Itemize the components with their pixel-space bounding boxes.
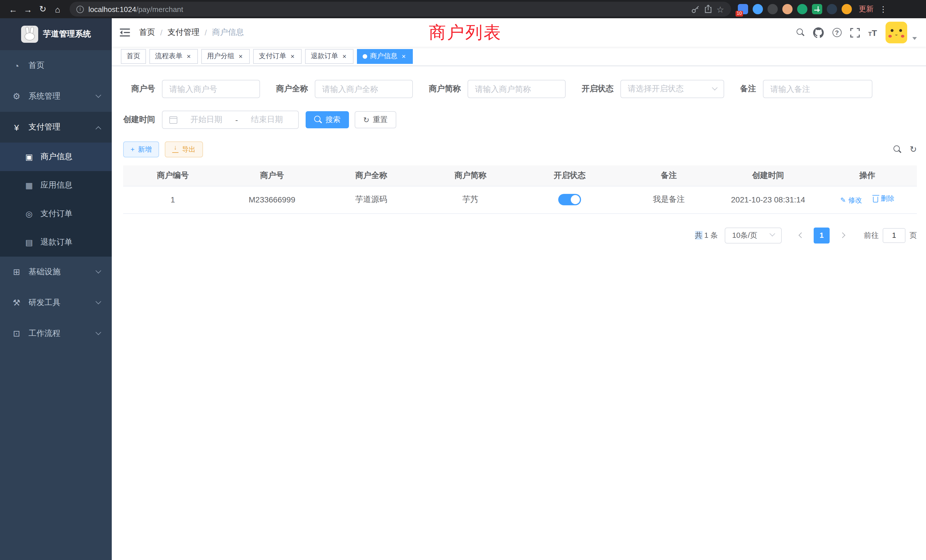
chevron-down-icon (95, 298, 101, 304)
extension-green-circle-icon[interactable] (797, 4, 807, 14)
refresh-icon[interactable]: ↻ (910, 144, 917, 154)
sidebar-item-app-info[interactable]: ▦ 应用信息 (0, 171, 112, 200)
reload-icon[interactable]: ↻ (35, 2, 50, 17)
tab-refund-order[interactable]: 退款订单× (305, 49, 354, 64)
page-unit-label: 页 (909, 230, 917, 241)
delete-link[interactable]: 删除 (873, 194, 894, 204)
cell-status (520, 186, 619, 213)
extension-puzzle-icon[interactable]: 10 (738, 4, 748, 14)
app-logo[interactable]: 芋道管理系统 (0, 18, 112, 50)
search-icon[interactable] (796, 29, 804, 36)
filter-merchant-no: 商户号 (123, 80, 260, 98)
extension-pin-icon[interactable] (827, 4, 837, 14)
sidebar-item-devtools[interactable]: ⚒ 研发工具 (0, 288, 112, 318)
next-page-button[interactable] (834, 227, 850, 243)
chrome-update-button[interactable]: 更新 (859, 4, 873, 14)
user-avatar[interactable] (885, 22, 907, 43)
goto-label: 前往 (864, 230, 879, 241)
navbar: 首页 / 支付管理 / 商户信息 商户列表 ? TT (112, 18, 926, 47)
close-icon[interactable]: × (237, 53, 244, 60)
breadcrumb-home[interactable]: 首页 (139, 27, 155, 38)
goto-page-input[interactable] (883, 228, 905, 243)
chrome-menu-icon[interactable]: ⋮ (878, 5, 888, 14)
search-button[interactable]: 搜索 (306, 111, 349, 128)
sidebar-item-payment[interactable]: ¥ 支付管理 (0, 112, 112, 142)
back-icon[interactable]: ← (6, 2, 21, 17)
close-icon[interactable]: × (341, 53, 348, 60)
close-icon[interactable]: × (289, 53, 296, 60)
breadcrumb-separator: / (160, 28, 162, 37)
tab-user-group[interactable]: 用户分组× (201, 49, 250, 64)
col-merchant-id: 商户编号 (123, 165, 222, 186)
filter-row-1: 商户号 商户全称 商户简称 开启状态 请选择开启状态 (123, 80, 917, 98)
short-name-input[interactable] (468, 80, 566, 98)
tab-process-form[interactable]: 流程表单× (150, 49, 198, 64)
edit-link[interactable]: ✎修改 (840, 195, 862, 205)
pagination: 共 1 条 10条/页 1 前往 页 (123, 227, 917, 243)
col-remark: 备注 (619, 165, 719, 186)
tab-merchant-info[interactable]: 商户信息× (357, 49, 413, 64)
help-icon[interactable]: ? (832, 28, 841, 37)
extension-avatar-icon[interactable] (782, 4, 793, 14)
prev-page-button[interactable] (793, 227, 809, 243)
password-key-icon[interactable] (691, 5, 699, 14)
sidebar-fold-icon[interactable] (120, 28, 130, 37)
page-size-select[interactable]: 10条/页 (725, 227, 782, 243)
sidebar-item-label: 商户信息 (41, 152, 112, 162)
cell-merchant-id: 1 (123, 186, 222, 213)
date-start-placeholder: 开始日期 (182, 115, 231, 125)
status-toggle[interactable] (558, 194, 581, 205)
selection-highlight: 共 (695, 231, 702, 239)
full-name-label: 商户全称 (276, 84, 308, 94)
sidebar-menu: ◔ 首页 ⚙ 系统管理 ¥ 支付管理 ▣ 商户信息 (0, 50, 112, 349)
site-info-icon[interactable]: i (76, 5, 84, 13)
edit-pencil-icon: ✎ (840, 197, 846, 204)
breadcrumb-payment[interactable]: 支付管理 (168, 27, 200, 38)
status-select[interactable]: 请选择开启状态 (620, 80, 724, 98)
browser-toolbar: ← → ↻ ⌂ i localhost:1024/pay/merchant ☆ … (0, 0, 926, 18)
export-button[interactable]: 导出 (165, 141, 203, 157)
col-merchant-no: 商户号 (222, 165, 322, 186)
sidebar-item-pay-order[interactable]: ◎ 支付订单 (0, 200, 112, 228)
col-status: 开启状态 (520, 165, 619, 186)
extension-emoji-icon[interactable] (841, 4, 852, 14)
sidebar-item-infra[interactable]: ⊞ 基础设施 (0, 257, 112, 288)
font-size-icon[interactable]: TT (868, 28, 877, 37)
extension-badge: 10 (735, 11, 743, 17)
fullscreen-icon[interactable] (850, 28, 859, 37)
screen: ← → ↻ ⌂ i localhost:1024/pay/merchant ☆ … (0, 0, 926, 560)
sidebar-item-workflow[interactable]: ⊡ 工作流程 (0, 318, 112, 349)
extension-dark-icon[interactable] (767, 4, 778, 14)
sidebar-item-merchant-info[interactable]: ▣ 商户信息 (0, 142, 112, 171)
remark-label: 备注 (740, 84, 756, 94)
merchant-no-label: 商户号 (123, 84, 155, 94)
page-number-1[interactable]: 1 (814, 227, 830, 243)
add-button[interactable]: +新增 (123, 141, 159, 157)
share-icon[interactable] (704, 5, 712, 14)
merchant-table: 商户编号 商户号 商户全称 商户简称 开启状态 备注 创建时间 操作 1 (123, 165, 917, 213)
toggle-search-icon[interactable] (894, 145, 902, 153)
avatar-caret-icon[interactable] (912, 37, 917, 40)
tab-pay-order[interactable]: 支付订单× (253, 49, 302, 64)
full-name-input[interactable] (315, 80, 413, 98)
sidebar: 芋道管理系统 ◔ 首页 ⚙ 系统管理 ¥ 支付管理 (0, 18, 112, 560)
sidebar-item-home[interactable]: ◔ 首页 (0, 50, 112, 81)
close-icon[interactable]: × (400, 53, 407, 60)
remark-input[interactable] (763, 80, 872, 98)
reset-button[interactable]: ↻重置 (355, 111, 396, 128)
sidebar-item-refund-order[interactable]: ▤ 退款订单 (0, 228, 112, 257)
merchant-no-input[interactable] (162, 80, 260, 98)
extension-drop-icon[interactable] (753, 4, 763, 14)
date-range-picker[interactable]: 开始日期 - 结束日期 (162, 110, 299, 129)
bookmark-star-icon[interactable]: ☆ (716, 5, 724, 14)
tab-home[interactable]: 首页 (121, 49, 146, 64)
close-icon[interactable]: × (185, 53, 192, 60)
github-icon[interactable] (813, 27, 824, 38)
forward-icon[interactable]: → (21, 2, 35, 17)
home-icon[interactable]: ⌂ (50, 2, 65, 17)
extension-sheets-icon[interactable] (812, 4, 822, 14)
yen-icon: ¥ (10, 122, 23, 132)
url-bar[interactable]: i localhost:1024/pay/merchant ☆ (70, 2, 731, 17)
sidebar-item-system[interactable]: ⚙ 系统管理 (0, 81, 112, 112)
sidebar-item-label: 研发工具 (29, 298, 91, 308)
